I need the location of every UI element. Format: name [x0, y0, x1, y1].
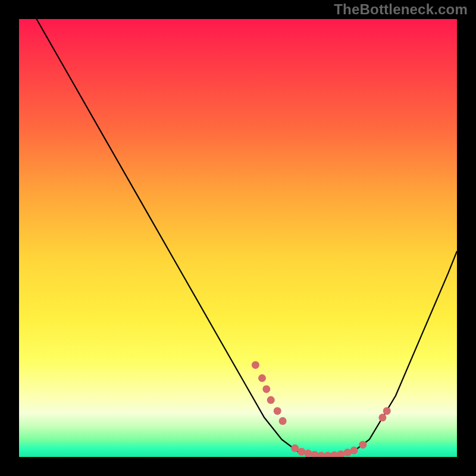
highlight-dots-group — [252, 361, 391, 457]
chart-frame: TheBottleneck.com — [0, 0, 476, 476]
plot-area — [19, 19, 457, 457]
highlight-dot — [330, 452, 338, 457]
highlight-dot — [350, 447, 358, 455]
highlight-dot — [359, 441, 367, 449]
highlight-dot — [262, 385, 270, 393]
bottleneck-curve — [36, 19, 457, 457]
highlight-dot — [258, 374, 266, 382]
highlight-dot — [324, 452, 331, 457]
curve-layer — [19, 19, 457, 457]
highlight-dot — [274, 407, 281, 415]
highlight-dot — [383, 407, 391, 415]
highlight-dot — [304, 450, 312, 457]
highlight-dot — [317, 452, 325, 457]
highlight-dot — [344, 449, 352, 456]
highlight-dot — [378, 414, 386, 421]
highlight-dot — [298, 448, 305, 456]
highlight-dot — [267, 396, 275, 404]
highlight-dot — [337, 450, 345, 457]
watermark-text: TheBottleneck.com — [334, 1, 468, 18]
highlight-dot — [252, 361, 259, 369]
highlight-dot — [279, 417, 287, 425]
highlight-dot — [291, 444, 299, 452]
